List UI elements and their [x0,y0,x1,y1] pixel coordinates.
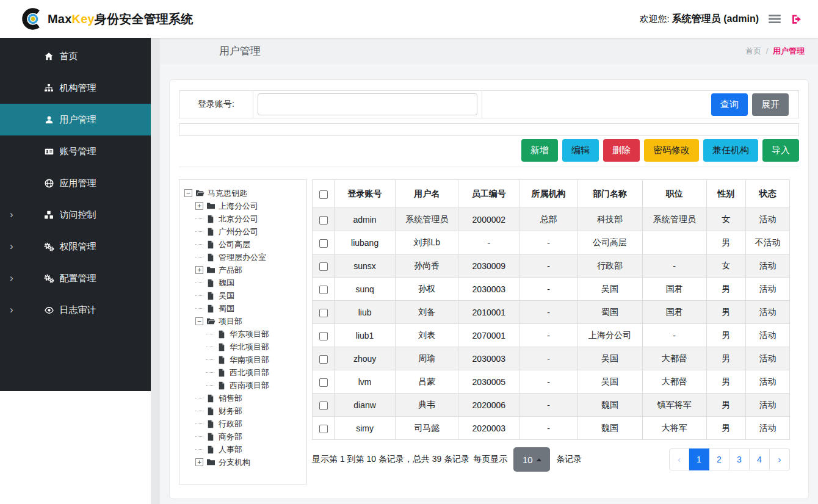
table-row[interactable]: dianw典韦2020006-魏国镇军将军男活动 [313,394,790,417]
toolbar-button-2[interactable]: 删除 [603,139,640,162]
table-row[interactable]: liubang刘邦Lb--公司高层男不活动 [313,231,790,254]
tree-node[interactable]: 管理层办公室 [183,251,303,264]
table-cell: - [519,301,577,324]
expand-button[interactable]: 展开 [752,93,789,116]
table-cell: 上海分公司 [577,324,642,347]
tree-connector [195,231,203,232]
column-header: 登录账号 [335,180,396,208]
tree-node[interactable]: 魏国 [183,276,303,289]
tree-node[interactable]: 商务部 [183,430,303,443]
table-cell: - [519,417,577,440]
tree-node[interactable]: 华东项目部 [183,328,303,340]
file-icon [206,433,215,441]
page-size-dropdown[interactable]: 10 [513,447,550,472]
tree-expand-icon[interactable]: + [195,202,203,210]
tree-node[interactable]: 吴国 [183,289,303,302]
tree-node[interactable]: 西北项目部 [183,366,303,379]
table-row[interactable]: liub刘备2010001-蜀国国君男活动 [313,301,790,324]
tree-node[interactable]: 北京分公司 [183,212,303,225]
table-row[interactable]: simy司马懿2020003-魏国大将军男活动 [313,417,790,440]
breadcrumb-home[interactable]: 首页 [745,46,761,56]
sidebar-item-1[interactable]: 机构管理 [0,72,151,104]
tree-collapse-icon[interactable]: − [195,317,203,325]
table-row[interactable]: liub1刘表2070001-上海分公司-男活动 [313,324,790,347]
table-cell: - [642,254,706,278]
next-page-button[interactable]: › [770,448,790,470]
table-row[interactable]: lvm吕蒙2030005-吴国大都督男活动 [313,370,790,394]
breadcrumb: 首页 / 用户管理 [745,46,805,57]
row-checkbox[interactable] [319,262,328,271]
table-cell: 2020003 [458,417,519,440]
tree-node[interactable]: 公司高层 [183,238,303,251]
tree-node[interactable]: +产品部 [183,264,303,276]
sidebar-item-4[interactable]: 应用管理 [0,167,151,199]
query-button[interactable]: 查询 [711,93,748,116]
sidebar-item-3[interactable]: 账号管理 [0,135,151,167]
sidebar-item-8[interactable]: ›日志审计 [0,294,151,326]
tree-node[interactable]: 华南项目部 [183,353,303,366]
tree-node-label: 人事部 [219,444,242,455]
table-cell: 不活动 [745,231,789,254]
tree-node[interactable]: 销售部 [183,392,303,405]
toolbar-button-0[interactable]: 新增 [521,139,558,162]
row-checkbox[interactable] [319,286,328,294]
search-form-extra-row [179,123,799,136]
page-button-3[interactable]: 3 [729,448,750,470]
toolbar-button-5[interactable]: 导入 [762,139,799,162]
tree-node[interactable]: −马克思钥匙 [183,187,303,200]
table-cell: 男 [706,394,745,417]
table-cell: 孙尚香 [396,254,458,278]
table-cell: 活动 [745,208,789,231]
toolbar-button-4[interactable]: 兼任机构 [703,139,758,162]
sidebar-item-0[interactable]: 首页 [0,40,151,72]
tree-collapse-icon[interactable]: − [184,189,192,197]
tree-connector [195,218,203,219]
file-icon [206,253,215,262]
tree-expand-icon[interactable]: + [195,266,203,274]
sidebar-item-2[interactable]: 用户管理 [0,104,151,135]
sidebar-item-5[interactable]: ›访问控制 [0,199,151,231]
tree-node[interactable]: 蜀国 [183,302,303,315]
select-all-checkbox[interactable] [319,190,328,199]
table-row[interactable]: admin系统管理员2000002总部科技部系统管理员女活动 [313,208,790,231]
table-row[interactable]: sunq孙权2030003-吴国国君男活动 [313,278,790,301]
sidebar-item-7[interactable]: ›配置管理 [0,262,151,294]
table-row[interactable]: sunsx孙尚香2030009-行政部-女活动 [313,254,790,278]
row-checkbox[interactable] [319,239,328,248]
tree-node[interactable]: 行政部 [183,417,303,430]
toolbar-button-1[interactable]: 编辑 [562,139,599,162]
chevron-right-icon: › [10,209,13,220]
page-button-2[interactable]: 2 [709,448,729,470]
menu-icon[interactable] [769,14,781,24]
sidebar-item-label: 配置管理 [60,273,96,284]
page-button-1[interactable]: 1 [689,448,709,470]
app-header: MaxKey身份安全管理系统 欢迎您: 系统管理员 (admin) [0,0,818,38]
breadcrumb-separator: / [766,46,769,56]
tree-node[interactable]: 华北项目部 [183,340,303,353]
column-header: 性别 [706,180,745,208]
row-checkbox[interactable] [319,355,328,364]
row-checkbox[interactable] [319,378,328,387]
table-cell: 国君 [642,301,706,324]
tree-node[interactable]: −项目部 [183,315,303,328]
tree-node[interactable]: 人事部 [183,443,303,456]
login-account-input[interactable] [258,93,477,115]
tree-node[interactable]: 西南项目部 [183,379,303,392]
row-checkbox[interactable] [319,216,328,225]
tree-node-label: 产品部 [219,265,242,276]
prev-page-button[interactable]: ‹ [669,448,689,470]
tree-node[interactable]: +分支机构 [183,456,303,469]
tree-node[interactable]: 财务部 [183,405,303,417]
row-checkbox[interactable] [319,401,328,410]
tree-node[interactable]: 广州分公司 [183,225,303,238]
row-checkbox[interactable] [319,425,328,433]
tree-node[interactable]: +上海分公司 [183,200,303,212]
row-checkbox[interactable] [319,309,328,317]
sidebar-item-6[interactable]: ›权限管理 [0,231,151,262]
tree-expand-icon[interactable]: + [195,458,203,466]
toolbar-button-3[interactable]: 密码修改 [644,139,699,162]
page-button-4[interactable]: 4 [750,448,770,470]
logout-icon[interactable] [791,13,802,25]
row-checkbox[interactable] [319,332,328,340]
table-row[interactable]: zhouy周瑜2030003-吴国大都督男活动 [313,347,790,370]
